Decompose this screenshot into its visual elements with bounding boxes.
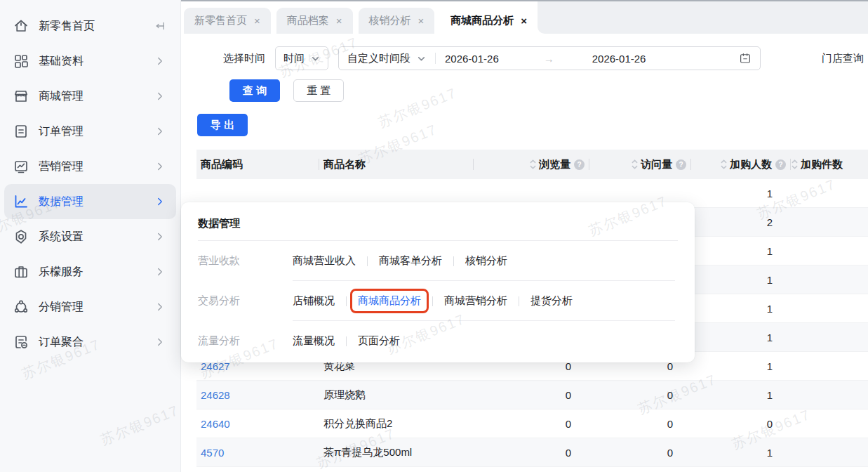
close-icon[interactable]: ×	[418, 15, 425, 26]
sidebar-item-label: 基础资料	[39, 54, 154, 69]
calendar-icon[interactable]	[739, 52, 752, 65]
help-icon[interactable]: ?	[676, 159, 686, 170]
help-icon[interactable]: ?	[775, 159, 786, 170]
search-button[interactable]: 查 询	[229, 79, 280, 102]
menu-link-traffic-overview[interactable]: 流量概况	[293, 334, 335, 348]
sidebar-item-mall-management[interactable]: 商城管理	[4, 79, 176, 114]
column-header-cart-users[interactable]: 加购人数 ?	[691, 150, 791, 179]
sort-icon[interactable]	[720, 159, 728, 170]
help-icon[interactable]: ?	[574, 159, 585, 170]
menu-link-page-analysis[interactable]: 页面分析	[358, 334, 400, 348]
sidebar-item-lemon-service[interactable]: 乐檬服务	[4, 254, 176, 289]
tab-label: 新零售首页	[194, 14, 247, 27]
reset-button[interactable]: 重 置	[293, 79, 344, 102]
close-icon[interactable]: ×	[521, 15, 527, 26]
menu-link-mall-marketing-analysis[interactable]: 商城营销分析	[444, 294, 507, 308]
cart-users-cell: 1	[691, 352, 791, 380]
menu-link-mall-customer-analysis[interactable]: 商城客单分析	[379, 254, 442, 268]
sidebar-item-label: 订单管理	[39, 124, 154, 139]
store-icon	[13, 88, 29, 105]
popup-group-label: 营业收款	[198, 254, 293, 268]
cart-users-cell: 1	[691, 179, 791, 207]
views-cell: 0	[474, 409, 589, 438]
divider	[453, 256, 454, 266]
cart-items-cell	[791, 294, 868, 322]
sidebar-item-label: 系统设置	[39, 230, 154, 244]
popup-group-transaction: 交易分析 店铺概况 商城商品分析 商城营销分析 提货分析	[198, 281, 678, 321]
export-button[interactable]: 导 出	[197, 114, 248, 136]
end-date-input[interactable]: 2026-01-26	[592, 53, 646, 65]
sidebar-item-basic-data[interactable]: 基础资料	[4, 44, 176, 79]
sidebar-item-order-management[interactable]: 订单管理	[4, 114, 176, 149]
arrow-right-icon: →	[544, 53, 554, 65]
data-management-popup: 数据管理 营业收款 商城营业收入 商城客单分析 核销分析 交易分析 店铺概况	[181, 202, 695, 362]
column-header-visits[interactable]: 访问量 ?	[589, 150, 691, 179]
collapse-sidebar-icon[interactable]	[154, 20, 166, 32]
time-type-select[interactable]: 时间	[275, 46, 328, 70]
sidebar-item-label: 订单聚合	[39, 335, 154, 350]
close-icon[interactable]: ×	[336, 15, 342, 26]
tab-home[interactable]: 新零售首页 ×	[184, 8, 271, 34]
chevron-right-icon	[154, 195, 166, 208]
filter-actions: 查 询 重 置	[229, 79, 868, 102]
date-range-picker[interactable]: 自定义时间段 2026-01-26 → 2026-01-26	[338, 46, 761, 70]
close-icon[interactable]: ×	[254, 15, 260, 26]
cart-items-cell	[791, 352, 868, 380]
column-header-views[interactable]: 浏览量 ?	[474, 150, 589, 179]
order-aggregate-icon	[13, 334, 29, 350]
menu-link-pickup-analysis[interactable]: 提货分析	[530, 294, 573, 308]
sidebar-item-label: 营销管理	[39, 159, 154, 174]
table-row: 24640 积分兑换商品2 0 0 0	[196, 409, 868, 438]
sidebar-item-distribution-management[interactable]: 分销管理	[4, 289, 176, 324]
column-header-product-code: 商品编码	[196, 150, 319, 179]
menu-link-mall-revenue[interactable]: 商城营业收入	[293, 254, 356, 268]
marketing-chart-icon	[13, 158, 29, 175]
sort-icon[interactable]	[631, 159, 639, 170]
sidebar-item-marketing-management[interactable]: 营销管理	[4, 149, 176, 184]
start-date-input[interactable]: 2026-01-26	[445, 53, 499, 65]
sidebar-item-data-management[interactable]: 数据管理	[4, 184, 176, 219]
sidebar-item-home[interactable]: 新零售首页	[4, 8, 176, 44]
tab-label: 核销分析	[369, 14, 411, 27]
sidebar-item-system-settings[interactable]: 系统设置	[4, 219, 176, 254]
home-icon	[13, 18, 29, 34]
menu-link-store-overview[interactable]: 店铺概况	[293, 294, 335, 308]
menu-link-verification-analysis[interactable]: 核销分析	[465, 254, 507, 268]
popup-links: 商城营业收入 商城客单分析 核销分析	[293, 254, 507, 268]
tab-mall-product-analysis[interactable]: 商城商品分析 ×	[440, 8, 538, 34]
briefcase-icon	[13, 263, 29, 280]
popup-links: 店铺概况 商城商品分析 商城营销分析 提货分析	[293, 294, 573, 308]
chevron-right-icon	[154, 160, 166, 173]
chevron-right-icon	[154, 301, 166, 313]
product-code-link[interactable]: 24640	[196, 409, 319, 438]
cart-items-cell	[791, 381, 868, 409]
column-label: 商品名称	[323, 158, 366, 171]
tab-bar: 新零售首页 × 商品档案 × 核销分析 × 商城商品分析 ×	[181, 1, 868, 34]
popup-links: 流量概况 页面分析	[293, 334, 400, 348]
tab-verification-analysis[interactable]: 核销分析 ×	[359, 8, 435, 34]
product-code-link[interactable]: 4570	[196, 438, 319, 466]
column-label: 加购件数	[801, 158, 843, 171]
sidebar-item-order-aggregation[interactable]: 订单聚合	[4, 324, 176, 360]
popup-group-label: 交易分析	[198, 294, 293, 308]
range-type-select[interactable]: 自定义时间段	[347, 52, 426, 65]
main-area: 新零售首页 × 商品档案 × 核销分析 × 商城商品分析 × 选择时间	[181, 0, 868, 472]
cart-items-cell	[791, 266, 868, 294]
product-code-link[interactable]: 24628	[196, 381, 319, 409]
sidebar-item-label: 新零售首页	[39, 19, 154, 34]
sort-icon[interactable]	[529, 159, 537, 170]
views-cell: 0	[474, 381, 589, 409]
menu-link-mall-product-analysis[interactable]: 商城商品分析	[358, 294, 421, 306]
tab-product-archive[interactable]: 商品档案 ×	[276, 8, 353, 34]
column-header-cart-items[interactable]: 加购件数	[791, 150, 868, 179]
cart-users-cell: 1	[691, 381, 791, 409]
visits-cell: 0	[589, 409, 691, 438]
sort-icon[interactable]	[791, 159, 799, 170]
popup-group-traffic: 流量分析 流量概况 页面分析	[198, 321, 678, 361]
cart-items-cell	[791, 323, 868, 351]
sidebar-item-label: 乐檬服务	[39, 265, 154, 280]
divider	[435, 53, 436, 64]
chevron-down-icon	[311, 54, 320, 63]
data-chart-icon	[13, 193, 29, 210]
popup-group-label: 流量分析	[198, 334, 293, 348]
